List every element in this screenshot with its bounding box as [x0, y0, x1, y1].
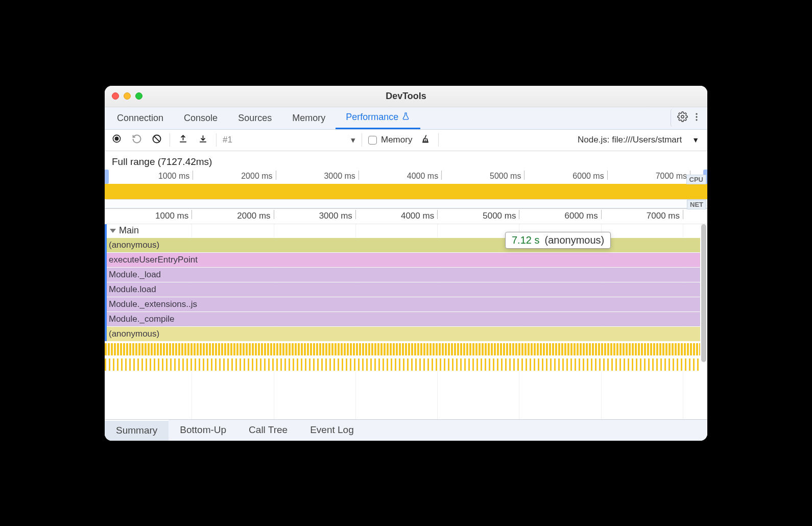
reload-button[interactable] — [130, 133, 144, 147]
flame-noise-row[interactable] — [105, 341, 707, 356]
flame-bar-label: Module._load — [109, 270, 161, 280]
ruler-tick: 7000 ms — [682, 209, 683, 224]
ruler-tick-label: 2000 ms — [241, 172, 272, 181]
ruler-tick-label: 4000 ms — [401, 211, 434, 221]
target-selector[interactable]: Node.js: file:///Users/stmart ▼ — [578, 135, 702, 145]
svg-line-7 — [154, 136, 159, 141]
flame-bar[interactable]: Module._load — [107, 267, 707, 282]
tab-event-log[interactable]: Event Log — [299, 420, 365, 441]
ruler-tick-label: 3000 ms — [319, 211, 352, 221]
track-header-main[interactable]: Main — [105, 224, 707, 237]
ruler-tick-label: 1000 ms — [158, 172, 189, 181]
profile-placeholder: #1 — [223, 135, 232, 145]
flame-bar-label: (anonymous) — [109, 240, 159, 250]
tab-connection[interactable]: Connection — [107, 107, 174, 129]
ruler-tick: 6000 ms — [607, 170, 607, 184]
ruler-tick: 2000 ms — [273, 209, 274, 224]
tab-call-tree[interactable]: Call Tree — [237, 420, 299, 441]
tab-label: Connection — [117, 113, 163, 124]
memory-label: Memory — [381, 135, 412, 145]
collect-garbage-button[interactable] — [418, 133, 432, 147]
flame-blank-row — [105, 372, 707, 387]
flame-noise-row[interactable] — [105, 356, 707, 372]
ruler-tick: 1000 ms — [192, 170, 193, 184]
flame-bar-label: executeUserEntryPoint — [109, 255, 198, 265]
flame-rows[interactable]: (anonymous)executeUserEntryPointModule._… — [105, 237, 707, 341]
record-icon — [112, 134, 122, 146]
upload-icon — [178, 134, 188, 146]
ruler-tick: 5000 ms — [518, 209, 519, 224]
download-button[interactable] — [196, 133, 210, 147]
ruler-tick-label: 6000 ms — [565, 211, 598, 221]
flame-bar[interactable]: (anonymous) — [107, 237, 707, 252]
tooltip-duration: 7.12 s — [512, 234, 539, 246]
flame-bar[interactable]: Module._extensions..js — [107, 297, 707, 312]
flame-bar-label: (anonymous) — [109, 329, 159, 339]
download-icon — [198, 134, 208, 146]
clear-button[interactable] — [150, 133, 163, 147]
track-name: Main — [119, 225, 139, 236]
more-vertical-icon — [691, 112, 702, 125]
tab-label: Memory — [292, 113, 325, 124]
reload-icon — [132, 134, 142, 147]
net-label: NET — [687, 200, 706, 209]
ruler-tick-label: 3000 ms — [324, 172, 355, 181]
details-tab-bar: Summary Bottom-Up Call Tree Event Log — [105, 419, 707, 441]
memory-checkbox[interactable]: Memory — [368, 135, 412, 145]
flame-ruler[interactable]: 1000 ms2000 ms3000 ms4000 ms5000 ms6000 … — [105, 209, 707, 224]
tab-label: Sources — [238, 113, 272, 124]
ruler-tick-label: 5000 ms — [483, 211, 516, 221]
tab-console[interactable]: Console — [174, 107, 228, 129]
more-menu-button[interactable] — [688, 109, 705, 127]
range-label: Full range (7127.42ms) — [105, 151, 707, 170]
settings-button[interactable] — [671, 109, 688, 127]
tooltip-function: (anonymous) — [544, 234, 604, 246]
performance-toolbar: #1 ▾ Memory Node.js: file:///Users/stmar… — [105, 130, 707, 151]
checkbox-icon — [368, 136, 377, 145]
ruler-tick-label: 2000 ms — [237, 211, 270, 221]
range-handle-left[interactable] — [105, 170, 109, 184]
flame-bar[interactable]: Module.load — [107, 282, 707, 297]
vertical-scrollbar[interactable] — [701, 224, 706, 362]
hover-tooltip: 7.12 s (anonymous) — [505, 232, 611, 249]
tab-label: Event Log — [310, 424, 354, 436]
ruler-tick-label: 7000 ms — [647, 211, 680, 221]
tab-performance[interactable]: Performance — [336, 107, 420, 129]
ruler-tick: 3000 ms — [358, 170, 359, 184]
flame-bar-label: Module._extensions..js — [109, 299, 197, 309]
window-title: DevTools — [105, 91, 707, 102]
flame-bar[interactable]: Module._compile — [107, 312, 707, 326]
tab-sources[interactable]: Sources — [228, 107, 282, 129]
tab-label: Bottom-Up — [180, 424, 226, 436]
broom-icon — [420, 134, 431, 147]
net-overview-band[interactable]: NET — [105, 199, 707, 208]
titlebar: DevTools — [105, 86, 707, 107]
flame-bar[interactable]: (anonymous) — [107, 326, 707, 341]
profile-selector[interactable]: #1 ▾ — [223, 135, 355, 146]
record-button[interactable] — [110, 133, 124, 147]
tab-label: Performance — [346, 112, 398, 123]
svg-point-0 — [681, 115, 684, 118]
ruler-tick: 4000 ms — [441, 170, 441, 184]
tab-summary[interactable]: Summary — [105, 420, 169, 441]
flamechart-panel: 1000 ms2000 ms3000 ms4000 ms5000 ms6000 … — [105, 209, 707, 419]
overview-ruler[interactable]: 1000 ms2000 ms3000 ms4000 ms5000 ms6000 … — [105, 170, 707, 184]
ruler-tick: 4000 ms — [437, 209, 437, 224]
ruler-tick-label: 6000 ms — [572, 172, 604, 181]
ruler-tick: 3000 ms — [355, 209, 355, 224]
flame-bar-label: Module._compile — [109, 314, 175, 324]
ruler-tick: 1000 ms — [191, 209, 192, 224]
svg-point-2 — [696, 116, 697, 117]
upload-button[interactable] — [176, 133, 190, 147]
devtools-window: DevTools Connection Console Sources Memo… — [105, 86, 707, 441]
gear-icon — [677, 111, 688, 125]
flask-icon — [401, 112, 410, 123]
flame-bar[interactable]: executeUserEntryPoint — [107, 252, 707, 267]
tab-bottom-up[interactable]: Bottom-Up — [169, 420, 237, 441]
ban-icon — [152, 134, 162, 147]
chevron-down-icon: ▾ — [351, 135, 355, 146]
cpu-overview-band[interactable]: CPU — [105, 184, 707, 199]
svg-point-3 — [696, 119, 697, 121]
tab-label: Console — [184, 113, 218, 124]
tab-memory[interactable]: Memory — [282, 107, 336, 129]
